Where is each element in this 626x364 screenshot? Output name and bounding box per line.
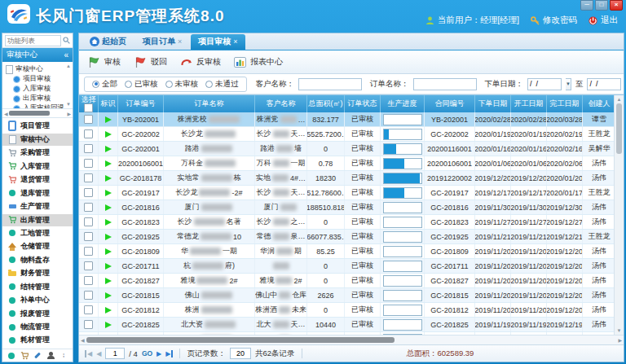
table-row[interactable]: GC-2018178实地常栋实地4#…18230已审核2019122000220… xyxy=(79,171,614,186)
sidebar-item-采购管理[interactable]: 采购管理 xyxy=(2,147,73,159)
sidebar-item-出库管理[interactable]: 出库管理 xyxy=(2,214,73,226)
sidebar-item-退库管理[interactable]: 退库管理 xyxy=(2,187,73,200)
scroll-down-icon[interactable]: ▼ xyxy=(617,328,622,333)
sidebar-item-耗材管理[interactable]: 耗材管理 xyxy=(2,334,73,346)
cart-icon[interactable] xyxy=(20,352,29,360)
sidebar-item-工地管理[interactable]: 工地管理 xyxy=(2,227,73,239)
sidebar-item-生产管理[interactable]: 生产管理 xyxy=(2,200,73,213)
row-checkbox[interactable] xyxy=(84,115,93,124)
table-row[interactable]: 20200106001万科金万科一期0.78已审核202001060012020… xyxy=(79,156,614,171)
row-checkbox[interactable] xyxy=(84,305,93,314)
sidebar-item-报废管理[interactable]: 报废管理 xyxy=(2,308,73,320)
radio-option[interactable]: 未审核 xyxy=(165,79,199,90)
row-checkbox[interactable] xyxy=(84,188,93,197)
column-header-订单状态[interactable]: 订单状态 xyxy=(345,95,381,112)
row-checkbox[interactable] xyxy=(84,247,93,256)
sidebar-item-项目管理[interactable]: 项目管理 xyxy=(2,120,73,132)
previous-page-button[interactable]: ◀ xyxy=(96,350,101,357)
logout-button[interactable]: 退出 xyxy=(589,15,618,26)
tab-home[interactable]: 起始页 xyxy=(82,34,134,50)
last-page-button[interactable]: ▶ xyxy=(165,350,173,357)
page-size-input[interactable] xyxy=(230,348,251,359)
tree-node-项目审核[interactable]: 项目审核 xyxy=(6,74,64,84)
column-header-生产进度[interactable]: 生产进度 xyxy=(381,95,425,112)
column-header-总面积(㎡)[interactable]: 总面积(㎡) xyxy=(307,95,345,112)
collapse-icon[interactable]: « xyxy=(64,50,68,59)
table-row[interactable]: GC-201823长沙名著长沙之…0已审核GC-2018232019/11/27… xyxy=(79,215,614,230)
change-password-button[interactable]: 修改密码 xyxy=(531,15,577,26)
calendar-dropdown-icon[interactable]: ▼ xyxy=(566,78,571,90)
table-row[interactable]: GC-201917长沙龙-2#长沙天…8512.78600…已审核GC-2019… xyxy=(79,186,614,200)
radio-icon[interactable] xyxy=(125,81,132,88)
row-checkbox[interactable] xyxy=(84,320,93,329)
table-row[interactable]: GC-201827雅境2#雅境2#0已审核GC-2018272019/11/20… xyxy=(79,274,614,288)
tab-project-1[interactable]: 项目订单× xyxy=(135,34,189,50)
sidebar-item-物料盘存[interactable]: 物料盘存 xyxy=(2,254,73,266)
column-header-选择[interactable]: 选择 xyxy=(79,95,99,112)
radio-icon[interactable] xyxy=(165,81,173,88)
row-checkbox[interactable] xyxy=(84,144,93,153)
tree-node-出库审核[interactable]: 出库审核 xyxy=(6,94,64,103)
column-header-下单日期[interactable]: 下单日期 xyxy=(475,95,511,112)
radio-option[interactable]: 全部 xyxy=(92,79,117,90)
column-header-订单名称[interactable]: 订单名称 xyxy=(164,95,255,112)
row-checkbox[interactable] xyxy=(84,291,93,300)
radio-option[interactable]: 未通过 xyxy=(205,79,239,90)
radio-icon[interactable] xyxy=(205,81,213,88)
grid-horizontal-scrollbar[interactable]: ◀ ▶ xyxy=(79,335,624,344)
scroll-right-icon[interactable]: ▶ xyxy=(67,111,71,116)
first-page-button[interactable]: ◀ xyxy=(85,350,92,357)
table-row[interactable]: GC-201925常德龙10常德泉…266077.835…已审核GC-20192… xyxy=(79,230,614,244)
search-icon[interactable] xyxy=(63,37,70,44)
row-checkbox[interactable] xyxy=(84,159,93,168)
radio-icon[interactable] xyxy=(92,81,99,88)
toolbar-button-undo-arrow[interactable]: 反审核 xyxy=(180,56,221,68)
table-row[interactable]: GC-201812株洲株洲酒未来0已审核GC-2018122019/11/202… xyxy=(79,303,614,318)
sidebar-item-财务管理[interactable]: 财务管理 xyxy=(2,267,73,279)
tree-root-audit-center[interactable]: 审核中心 xyxy=(6,64,64,74)
sidebar-panel-header[interactable]: 审核中心 « xyxy=(2,48,73,62)
maximize-button[interactable]: □ xyxy=(595,0,608,11)
close-tab-icon[interactable]: × xyxy=(233,37,237,46)
row-checkbox[interactable] xyxy=(84,129,93,138)
person-icon[interactable] xyxy=(46,352,55,360)
table-row[interactable]: GC-202001路港路港墙0已审核202001160012020/01/162… xyxy=(79,142,614,156)
toolbar-button-flag-green[interactable]: 审核 xyxy=(87,56,121,68)
sidebar-item-物流管理[interactable]: 物流管理 xyxy=(2,321,73,333)
table-row[interactable]: GC-202002长沙龙长沙天…65525.7200…已审核GC-2020022… xyxy=(79,127,614,142)
sidebar-item-审核中心[interactable]: 审核中心 xyxy=(2,134,73,146)
scroll-right-icon[interactable]: ▶ xyxy=(618,337,622,343)
toolbar-button-flag-red[interactable]: 驳回 xyxy=(134,56,167,68)
go-button[interactable]: GO xyxy=(142,349,152,357)
more-icon[interactable]: ⁞ xyxy=(60,352,68,360)
grid-vertical-scrollbar[interactable]: ▲ ▼ xyxy=(614,95,624,335)
function-search-input[interactable] xyxy=(5,35,61,46)
close-button[interactable]: × xyxy=(610,0,623,11)
tree-horizontal-scrollbar[interactable]: ◀ ▶ xyxy=(2,109,73,118)
sidebar-item-入库管理[interactable]: 入库管理 xyxy=(2,160,73,173)
dot-icon[interactable] xyxy=(7,352,15,360)
row-checkbox[interactable] xyxy=(84,276,93,285)
order-name-input[interactable] xyxy=(413,78,477,90)
scroll-left-icon[interactable]: ◀ xyxy=(81,337,85,343)
sidebar-item-退货管理[interactable]: 退货管理 xyxy=(2,173,73,186)
table-row[interactable]: GC-201825北大资北大天…10440已审核GC-2018252019/11… xyxy=(79,318,614,332)
tree-node-入库审核[interactable]: 入库审核 xyxy=(6,84,64,94)
row-checkbox[interactable] xyxy=(84,261,93,270)
scroll-thumb[interactable] xyxy=(86,337,395,343)
tree-vertical-scrollbar[interactable]: ▲▼ xyxy=(65,64,72,107)
column-header-完工日期[interactable]: 完工日期 xyxy=(547,95,583,112)
table-row[interactable]: YB-202001株洲党校株洲党…832.177已审核YB-2020012020… xyxy=(79,112,614,127)
table-row[interactable]: GC-201815佛山佛山中仓库2626已审核GC-2018152019/11/… xyxy=(79,288,614,303)
column-header-合同编号[interactable]: 合同编号 xyxy=(425,95,475,112)
table-row[interactable]: GC-201809华一期华润期85.25已审核GC-2018092019/11/… xyxy=(79,244,614,259)
scroll-up-icon[interactable]: ▲ xyxy=(617,97,622,102)
toolbar-button-report-chart[interactable]: 报表中心 xyxy=(234,56,283,68)
sidebar-item-结转管理[interactable]: 结转管理 xyxy=(2,281,73,293)
order-date-from-input[interactable] xyxy=(527,78,562,90)
order-date-to-input[interactable] xyxy=(587,78,621,90)
column-header-标识[interactable]: 标识 xyxy=(99,95,118,112)
row-checkbox[interactable] xyxy=(84,173,93,182)
pen-icon[interactable] xyxy=(33,352,42,360)
table-row[interactable]: GC-201816厦门厦门188510.818已审核GC-2018162019/… xyxy=(79,200,614,215)
